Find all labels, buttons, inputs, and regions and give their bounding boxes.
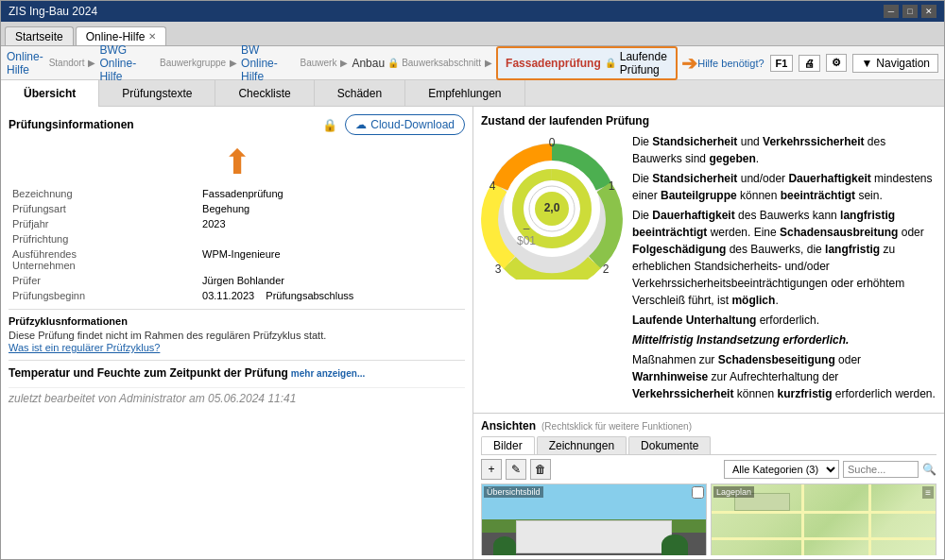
bread-arrow-4: ▶: [485, 58, 492, 68]
svg-text:$01: $01: [517, 234, 536, 247]
cloud-download-button[interactable]: ☁ Cloud-Download: [345, 114, 465, 135]
help-area: Hilfe benötigt? F1 🖨 ⚙ ▼ Navigation: [697, 54, 938, 73]
section-tabs: Übersicht Prüfungstexte Checkliste Schäd…: [1, 80, 944, 107]
svg-text:–: –: [524, 222, 530, 235]
right-panel: Zustand der laufenden Prüfung: [473, 107, 944, 560]
tool-buttons: + ✎ 🗑: [481, 459, 551, 480]
table-row: Prüfjahr 2023: [9, 216, 465, 231]
main-content: Prüfungsinformationen 🔒 ☁ Cloud-Download…: [1, 107, 944, 560]
images-grid: Übersichtsbild DSC_7724 Lageplan ≡: [481, 484, 936, 555]
bread-arrow-2: ▶: [230, 58, 237, 68]
pruefzyklus-link[interactable]: Was ist ein regulärer Prüfzyklus?: [9, 342, 160, 353]
breadcrumb: Online-Hilfe Standort ▶ BWG Online-Hilfe…: [7, 43, 697, 83]
orange-arrow-icon: ➔: [681, 52, 697, 75]
bread-anbau[interactable]: Anbau 🔒 Bauwerksabschnitt: [352, 57, 481, 70]
tab-pruefungstexte[interactable]: Prüfungstexte: [99, 80, 215, 107]
image-card-1[interactable]: Übersichtsbild DSC_7724: [481, 484, 707, 555]
svg-text:3: 3: [495, 263, 502, 276]
table-row: Prüfer Jürgen Bohlander: [9, 273, 465, 288]
zustand-title: Zustand der laufenden Prüfung: [481, 114, 936, 127]
desc-6: Maßnahmen zur Schadensbeseitigung oder W…: [632, 351, 936, 402]
minimize-button[interactable]: ─: [884, 5, 899, 18]
tab-schaeden[interactable]: Schäden: [315, 80, 405, 107]
last-edited: zuletzt bearbeitet von Administrator am …: [9, 387, 465, 405]
settings-button[interactable]: ⚙: [826, 54, 847, 72]
bread-fassadenpruefung-box[interactable]: Fassadenprüfung 🔒 Laufende Prüfung: [496, 46, 678, 80]
info-table: Bezeichnung Fassadenprüfung Prüfungsart …: [9, 186, 465, 303]
more-link[interactable]: mehr anzeigen...: [291, 368, 365, 379]
image-card-2[interactable]: Lageplan ≡: [711, 484, 936, 555]
edit-image-button[interactable]: ✎: [506, 459, 526, 480]
table-row: Prüfungsart Begehung: [9, 201, 465, 216]
ansichten-toolbar: + ✎ 🗑 Alle Kategorien (3) 🔍: [481, 459, 936, 480]
pruefzyklus-title: Prüfzyklusnformationen: [9, 315, 465, 327]
svg-text:2: 2: [603, 263, 610, 276]
filter-icon: ▼: [861, 57, 872, 70]
desc-2: Die Standsicherheit und/oder Dauerhaftig…: [632, 170, 936, 204]
img-checkbox-1[interactable]: [692, 486, 704, 499]
tab-empfehlungen[interactable]: Empfehlungen: [405, 80, 524, 107]
bread-bw[interactable]: BW Online-Hilfe Bauwerk: [241, 43, 336, 83]
table-row: Prüfungsbeginn 03.11.2023 Prüfungsabschl…: [9, 288, 465, 303]
img-menu-icon-2[interactable]: ≡: [922, 486, 934, 499]
bread-arrow-3: ▶: [340, 58, 348, 68]
svg-text:1: 1: [609, 179, 615, 193]
gauge-area: SK 2,0 2,0 0 1 2 3 4 – $01: [481, 133, 936, 405]
help-link[interactable]: Hilfe benötigt?: [697, 58, 764, 69]
desc-4: Laufende Unterhaltung erforderlich.: [632, 312, 936, 329]
lock-icon-panel: 🔒: [322, 118, 337, 132]
add-image-button[interactable]: +: [481, 459, 502, 480]
window-controls: ─ □ ✕: [884, 5, 936, 18]
close-tab-icon[interactable]: ✕: [148, 31, 156, 42]
maximize-button[interactable]: □: [902, 5, 918, 18]
gauge-container: SK 2,0 2,0 0 1 2 3 4 – $01: [481, 133, 623, 282]
bread-arrow-1: ▶: [88, 58, 95, 68]
svg-text:4: 4: [490, 179, 496, 193]
panel-title: Prüfungsinformationen 🔒 ☁ Cloud-Download: [9, 114, 465, 135]
bread-bwg[interactable]: BWG Online-Hilfe Bauwerkgruppe: [99, 43, 226, 83]
tab-uebersicht[interactable]: Übersicht: [1, 80, 99, 107]
img-label-1: Übersichtsbild: [484, 486, 543, 498]
tab-zeichnungen[interactable]: Zeichnungen: [537, 436, 627, 454]
divider-2: [9, 360, 465, 361]
upload-arrow-icon: ⬆: [9, 143, 465, 182]
lock-icon-fassaden: 🔒: [605, 58, 616, 68]
divider-1: [9, 309, 465, 310]
f1-button[interactable]: F1: [770, 55, 794, 72]
tab-bilder[interactable]: Bilder: [481, 436, 535, 454]
cloud-icon: ☁: [355, 118, 367, 131]
toolbar: Online-Hilfe Standort ▶ BWG Online-Hilfe…: [1, 46, 944, 80]
search-button[interactable]: 🔍: [922, 463, 936, 476]
zustand-section: Zustand der laufenden Prüfung: [473, 107, 944, 414]
delete-image-button[interactable]: 🗑: [530, 459, 551, 480]
table-row: Bezeichnung Fassadenprüfung: [9, 186, 465, 201]
gauge-descriptions: Die Standsicherheit und Verkehrssicherhe…: [632, 133, 936, 405]
ansichten-tabs: Bilder Zeichnungen Dokumente: [481, 436, 936, 455]
app-title: ZIS Ing-Bau 2024: [9, 5, 97, 18]
close-button[interactable]: ✕: [921, 5, 936, 18]
pruefzyklus-text: Diese Prüfung findet nicht im Rahmen des…: [9, 330, 465, 341]
titlebar: ZIS Ing-Bau 2024 ─ □ ✕: [1, 1, 944, 22]
ansichten-header: Ansichten (Rechtsklick für weitere Funkt…: [481, 419, 936, 433]
svg-text:2,0: 2,0: [544, 201, 560, 214]
tab-checkliste[interactable]: Checkliste: [215, 80, 314, 107]
lock-icon-anbau: 🔒: [387, 58, 399, 68]
ansichten-section: Ansichten (Rechtsklick für weitere Funkt…: [473, 414, 944, 560]
table-row: Prüfrichtung: [9, 231, 465, 246]
tab-dokumente[interactable]: Dokumente: [628, 436, 711, 454]
temp-title: Temperatur und Feuchte zum Zeitpunkt der…: [9, 366, 465, 380]
filter-area: Alle Kategorien (3) 🔍: [724, 460, 936, 479]
left-panel: Prüfungsinformationen 🔒 ☁ Cloud-Download…: [1, 107, 473, 560]
bread-online-hilfe[interactable]: Online-Hilfe Standort: [7, 50, 84, 76]
desc-1: Die Standsicherheit und Verkehrssicherhe…: [632, 133, 936, 167]
print-button[interactable]: 🖨: [799, 55, 820, 72]
desc-5: Mittelfristig Instandsetzung erforderlic…: [632, 331, 936, 348]
search-input[interactable]: [843, 461, 919, 478]
desc-3: Die Dauerhaftigkeit des Bauwerks kann la…: [632, 207, 936, 309]
navigation-button[interactable]: ▼ Navigation: [852, 54, 938, 73]
table-row: AusführendesUnternehmen WPM-Ingenieure: [9, 246, 465, 273]
svg-text:0: 0: [549, 136, 556, 149]
img-label-2: Lageplan: [713, 486, 754, 498]
category-filter[interactable]: Alle Kategorien (3): [724, 460, 839, 479]
